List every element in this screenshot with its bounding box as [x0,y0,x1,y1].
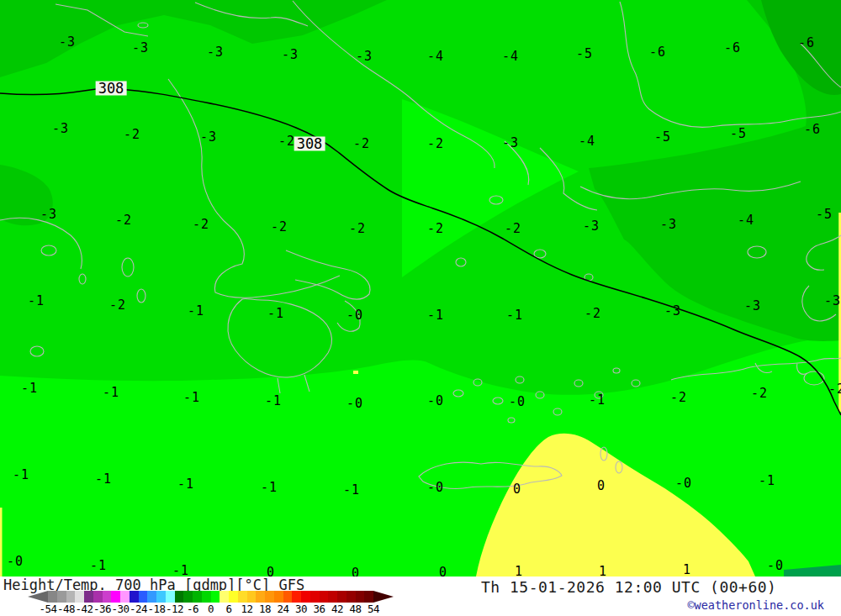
temp-label: -2 [193,218,209,231]
scale-cell [66,591,76,603]
scale-cell [238,591,247,603]
scale-cell [320,591,329,603]
temp-label: -3 [40,208,57,221]
temp-label: -3 [282,49,299,61]
scale-cell [229,591,238,603]
temp-label: -3 [664,305,681,318]
scale-tick: -12 [166,603,183,615]
temp-label: -2 [751,387,768,400]
scale-tick: 54 [368,603,379,615]
temp-label: -5 [730,128,747,140]
temp-label: -0 [509,396,526,408]
temp-label: -2 [505,223,521,235]
color-scale [28,591,394,603]
scale-cell [147,591,156,603]
scale-cell [364,591,373,603]
temp-label: -3 [59,36,76,49]
map-canvas: 308308 -3-3-3-3-3-4-4-5-6-6-6-3-2-3-2-2-… [0,0,841,577]
scale-tick: 12 [241,603,252,615]
scale-tick: -36 [93,603,111,615]
temp-label: -2 [427,223,444,235]
scale-cell [346,591,356,603]
scale-cell [57,591,66,603]
temp-label: -0 [346,309,363,322]
scale-cell [328,591,337,603]
temp-label: -2 [271,221,288,234]
temp-label: -0 [7,555,24,568]
scale-tick: -24 [130,603,147,615]
scale-tick: 48 [349,603,361,615]
scale-cell [356,591,365,603]
temp-label: -3 [583,220,600,233]
scale-cells [48,591,373,603]
scale-tick: 0 [208,603,214,615]
temp-label: -1 [188,305,204,318]
scale-cell [256,591,265,603]
scale-tick: -6 [187,603,198,615]
scale-cell [48,591,57,603]
temp-label: -1 [28,295,45,308]
fill-region-yellow-left-edge [0,508,3,577]
scale-cell [183,591,193,603]
temp-label: -3 [502,137,519,150]
scale-tick: -42 [75,603,93,615]
temp-label: 0 [352,567,360,577]
scale-cell [166,591,175,603]
scale-cell [120,591,130,603]
fill-region-yellow-dot [353,371,358,374]
temp-label: -1 [21,382,38,395]
scale-tick: -54 [39,603,56,615]
scale-tick: 6 [225,603,231,615]
temp-label: -1 [95,473,112,486]
temp-label: -1 [589,394,606,407]
temp-label: -0 [427,395,444,408]
temp-label: -3 [824,295,841,308]
scale-tick: 18 [259,603,271,615]
scale-cell [103,591,112,603]
scale-tick: -18 [147,603,165,615]
temp-label: -3 [200,131,217,144]
footer-bar: Height/Temp. 700 hPa [gdmp][°C] GFS Th 1… [0,577,841,616]
scale-cell [130,591,139,603]
temp-label: -0 [767,560,784,572]
temp-label: -5 [654,131,671,144]
temp-label: 0 [597,480,606,492]
temp-label: -3 [207,46,224,59]
scale-cell [75,591,84,603]
scale-cell [211,591,220,603]
copyright-link[interactable]: ©weatheronline.co.uk [687,598,824,612]
temp-label: -0 [346,398,363,410]
temp-label: -6 [649,46,666,59]
scale-cell [292,591,301,603]
temp-label: -1 [261,482,278,494]
temp-label: -1 [506,309,523,322]
scale-tick: 36 [313,603,325,615]
scale-cell [111,591,120,603]
temp-label: -6 [724,42,741,55]
scale-left-arrow-icon [28,591,48,603]
temp-label: -1 [103,387,119,399]
scale-tick-labels: -54-48-42-36-30-24-18-12-606121824303642… [28,603,398,614]
temp-label: -3 [356,50,373,63]
temp-label: 0 [267,566,275,577]
temp-label: -1 [90,560,107,572]
temp-label: -1 [13,469,29,482]
temp-label: -4 [427,50,444,63]
temp-label: -2 [353,138,370,150]
temp-label: 0 [439,566,447,577]
temp-label: -1 [172,565,189,577]
temp-label: -1 [177,478,194,491]
scale-cell [139,591,148,603]
temp-label: -3 [52,123,69,135]
scale-tick: 42 [331,603,343,615]
scale-cell [220,591,229,603]
scale-tick: -48 [57,603,75,615]
temp-label: -1 [759,475,775,487]
contour-label: 308 [294,137,325,151]
temp-label: -3 [132,42,149,55]
scale-cell [301,591,310,603]
scale-tick: 24 [277,603,288,615]
scale-right-arrow-icon [373,591,394,603]
temp-label: -1 [265,395,282,408]
temp-label: -4 [738,214,754,227]
